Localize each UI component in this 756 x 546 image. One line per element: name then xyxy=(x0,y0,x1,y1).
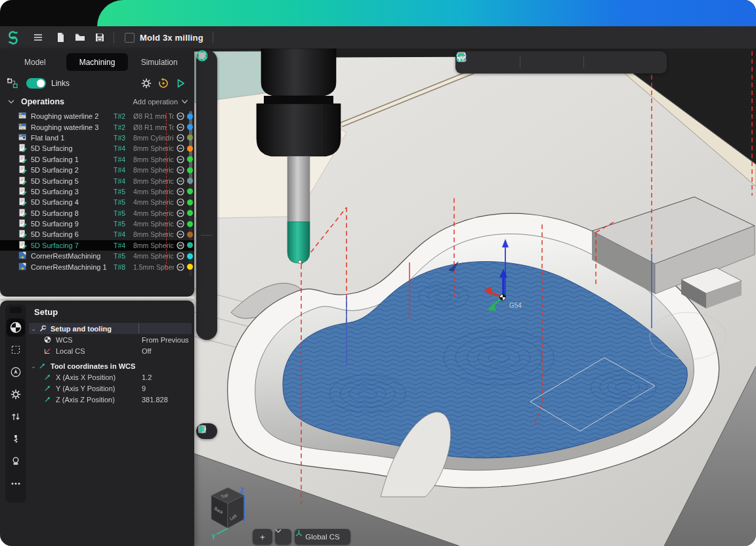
operation-row[interactable]: 5D Surfacing 1T#48mm Spherica xyxy=(0,154,194,165)
tool-pair-icon[interactable] xyxy=(562,54,579,71)
status-calculated-icon[interactable] xyxy=(174,208,187,219)
status-calculated-icon[interactable] xyxy=(174,111,187,121)
global-cs-button[interactable]: Global CS xyxy=(295,529,350,545)
status-calculated-icon[interactable] xyxy=(174,154,187,165)
status-color-dot[interactable] xyxy=(187,146,193,152)
ribbon-gray-icon[interactable] xyxy=(198,287,215,303)
operation-row[interactable]: 5D Surfacing 9T#54mm Spherica xyxy=(0,219,194,229)
run-simulation-button[interactable] xyxy=(172,75,189,91)
operation-row[interactable]: 5D Surfacing 6T#48mm Spherica xyxy=(0,229,194,240)
tool-green-icon[interactable] xyxy=(198,135,215,150)
status-color-dot[interactable] xyxy=(187,114,193,119)
status-calculated-icon[interactable] xyxy=(174,186,187,197)
stock-square-icon[interactable] xyxy=(198,118,215,134)
status-color-dot[interactable] xyxy=(187,210,193,216)
status-calculated-icon[interactable] xyxy=(174,229,187,240)
status-color-dot[interactable] xyxy=(187,264,193,270)
deviation-icon[interactable] xyxy=(606,54,624,71)
operation-row[interactable]: 5D Surfacing 2T#48mm Spherica xyxy=(0,165,194,175)
setup-sidebar-ellipsis-icon[interactable] xyxy=(7,474,25,493)
status-color-dot[interactable] xyxy=(187,188,193,194)
status-calculated-icon[interactable] xyxy=(174,240,187,251)
collapse-chevron-icon[interactable] xyxy=(7,97,16,106)
setup-property-row[interactable]: Y (Axis Y Position)9 xyxy=(29,383,192,394)
setup-sidebar-stock-dashed-icon[interactable] xyxy=(7,341,25,359)
ribbon-green-icon[interactable] xyxy=(198,271,215,287)
setup-property-row[interactable]: Local CSOff xyxy=(29,345,192,356)
status-color-dot[interactable] xyxy=(187,178,193,184)
open-project-button[interactable] xyxy=(70,29,90,46)
setup-sidebar-wcs-quadrant-big-icon[interactable] xyxy=(7,318,25,337)
status-calculated-icon[interactable] xyxy=(174,219,187,229)
recalculate-button[interactable] xyxy=(155,75,172,91)
new-project-button[interactable] xyxy=(51,29,70,46)
tab-model[interactable]: Model xyxy=(4,53,66,71)
property-value[interactable]: Off xyxy=(142,347,192,355)
setup-group-row[interactable]: ⌄Tool coordinates in WCS xyxy=(29,360,192,371)
save-project-button[interactable] xyxy=(90,29,110,46)
setup-sidebar-compass-icon[interactable] xyxy=(7,363,25,381)
add-operation-button[interactable]: Add operation xyxy=(133,98,188,106)
collapse-chevron-icon[interactable]: ⌄ xyxy=(29,326,38,332)
calculator-icon[interactable] xyxy=(588,54,606,71)
holder-outline-c-icon[interactable] xyxy=(198,69,215,85)
status-color-dot[interactable] xyxy=(187,167,193,173)
operation-row[interactable]: CornerRestMachining 1T#81.5mm Spheri xyxy=(0,261,194,272)
app-logo-icon[interactable] xyxy=(3,28,23,47)
status-color-dot[interactable] xyxy=(187,232,193,238)
collapse-chevron-icon[interactable]: ⌄ xyxy=(29,363,38,369)
property-value[interactable]: 9 xyxy=(142,385,192,392)
cs-dropdown-button[interactable] xyxy=(275,529,291,545)
operation-row[interactable]: Roughing waterline 3T#2Ø8 R1 mm To xyxy=(0,121,194,132)
tab-simulation[interactable]: Simulation xyxy=(128,53,190,71)
operation-row[interactable]: 5D SurfacingT#48mm Spherica xyxy=(0,143,194,154)
property-value[interactable]: From Previous xyxy=(142,336,192,344)
operation-row[interactable]: CornerRestMachiningT#54mm Spherica xyxy=(0,251,194,261)
status-color-dot[interactable] xyxy=(187,156,193,162)
property-value[interactable]: 1.2 xyxy=(142,373,192,381)
add-cs-button[interactable]: + xyxy=(253,529,272,545)
wave-icon[interactable] xyxy=(198,255,215,270)
status-color-dot[interactable] xyxy=(187,135,193,140)
status-color-dot[interactable] xyxy=(187,242,193,248)
status-calculated-icon[interactable] xyxy=(174,262,187,272)
magnifier-icon[interactable] xyxy=(480,54,497,71)
setup-property-row[interactable]: X (Axis X Position)1.2 xyxy=(29,371,192,383)
setup-sidebar-holder-sphere-icon[interactable] xyxy=(7,452,25,471)
setup-sidebar-drillbit-icon[interactable] xyxy=(7,430,25,448)
holder-c-icon[interactable] xyxy=(198,85,215,101)
setup-sidebar-gear-icon[interactable] xyxy=(7,385,25,404)
setup-property-row[interactable]: WCSFrom Previous xyxy=(29,334,192,345)
machining-settings-button[interactable] xyxy=(138,75,155,91)
operation-row[interactable]: 5D Surfacing 3T#54mm Spherica xyxy=(0,186,194,197)
status-calculated-icon[interactable] xyxy=(174,122,187,133)
status-color-dot[interactable] xyxy=(187,200,193,205)
dot-icon[interactable] xyxy=(198,238,215,254)
project-checkbox[interactable] xyxy=(125,33,135,43)
operation-row[interactable]: 5D Surfacing 4T#54mm Spherica xyxy=(0,197,194,207)
setup-group-row[interactable]: ⌄Setup and tooling xyxy=(29,323,192,334)
tool-layers-icon[interactable] xyxy=(625,54,643,71)
fixture-c-icon[interactable] xyxy=(198,200,215,216)
links-toggle[interactable] xyxy=(26,78,46,89)
status-calculated-icon[interactable] xyxy=(174,176,187,186)
sheet-icon[interactable] xyxy=(543,54,560,71)
ribbon-mesh-icon[interactable] xyxy=(198,304,215,320)
operation-row[interactable]: 5D Surfacing 7T#48mm Spherica xyxy=(0,240,194,251)
assembly-c-icon[interactable] xyxy=(198,184,215,200)
panel-drag-handle[interactable] xyxy=(10,307,22,313)
main-menu-button[interactable] xyxy=(28,29,48,46)
tool-tip-c-icon[interactable] xyxy=(198,151,215,167)
tab-machining[interactable]: Machining xyxy=(66,53,129,71)
status-color-dot[interactable] xyxy=(187,221,193,227)
tool-green-icon[interactable] xyxy=(198,102,215,117)
property-value[interactable]: 381.828 xyxy=(142,396,192,404)
status-calculated-icon[interactable] xyxy=(174,197,187,207)
setup-sidebar-updown-icon[interactable] xyxy=(7,408,25,426)
status-color-dot[interactable] xyxy=(187,124,193,130)
operation-row[interactable]: Roughing waterline 2T#2Ø8 R1 mm To xyxy=(0,111,194,121)
stats-icon[interactable] xyxy=(644,54,662,71)
ribbon-dot-icon[interactable] xyxy=(198,320,215,336)
status-calculated-icon[interactable] xyxy=(174,165,187,175)
status-calculated-icon[interactable] xyxy=(174,143,187,154)
